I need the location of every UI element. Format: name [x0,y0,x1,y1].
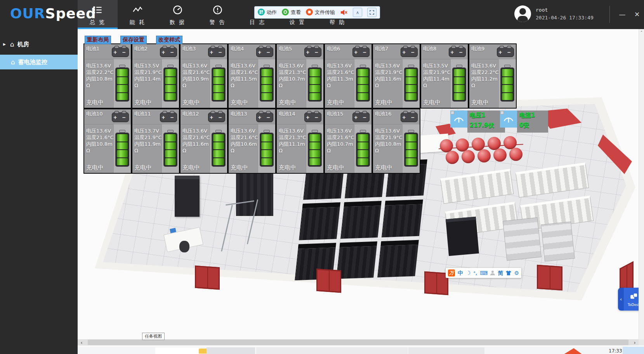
battery-terminal-icon: + − [256,112,273,122]
ime-logo-icon[interactable]: 万 [448,269,455,276]
vertical-scrollbar[interactable]: ˄ ˅ [639,29,644,345]
battery-level-column [498,59,516,108]
app-logo: OURSpeed [0,0,78,21]
taskbar-tooltip: 任务视图 [142,333,165,340]
battery-card[interactable]: 电池5 + − 电压13.6V 温度21.3°C 内阻10.7mΩ 充电中 [276,43,324,109]
simplified-chinese-indicator[interactable]: 简 [498,270,503,276]
battery-status: 充电中 [182,164,200,171]
battery-card[interactable]: 电池11 + − 电压13.7V 温度21.9°C 内阻11.9mΩ 充电中 [132,109,180,174]
battery-level-column [210,124,227,173]
tab-alerts[interactable]: 警 告 [198,0,238,29]
moon-icon[interactable]: ☽ [466,270,471,276]
battery-name: 电池7 [375,45,388,52]
battery-terminal-icon: + − [208,112,225,122]
battery-card[interactable]: 电池4 + − 电压13.6V 温度21.6°C 内阻11.5mΩ 充电中 [228,43,276,109]
battery-temperature: 温度21.6°C [182,134,210,141]
battery-resistance: 内阻10.7mΩ [279,76,307,89]
battery-status: 充电中 [231,99,248,106]
battery-level-icon [212,65,226,102]
battery-card[interactable]: 电池10 + − 电压13.6V 温度21.6°C 内阻10.8mΩ 充电中 [83,109,132,174]
settings-gear-icon[interactable]: ⚙ [514,270,519,276]
battery-voltage: 电压13.5V [134,62,162,69]
battery-resistance: 内阻11.4mΩ [423,76,451,89]
battery-card[interactable]: 电池15 + − 电压13.6V 温度21.6°C 内阻10.7mΩ 充电中 [324,109,372,174]
tone-icon[interactable]: °, [474,271,477,275]
battery-status: 充电中 [279,99,296,106]
change-style-button[interactable]: 改变样式 [156,36,182,44]
battery-card[interactable]: 电池12 + − 电压13.6V 温度21.6°C 内阻11.6mΩ 充电中 [180,109,228,174]
scroll-left-arrow[interactable]: ‹ [78,339,85,345]
current-meter-widget[interactable]: 电流1 0安 [500,111,548,133]
remote-action-button[interactable]: 动作 [258,9,277,17]
battery-level-column [113,124,131,173]
chinese-mode-indicator[interactable]: 中 [458,270,463,276]
battery-resistance: 内阻10.7mΩ [327,141,355,154]
battery-card[interactable]: 电池3 + − 电压13.6V 温度21.6°C 内阻10.9mΩ 充电中 [180,43,228,109]
keyboard-icon[interactable]: ⌨ [480,270,488,276]
battery-terminal-icon: + − [401,47,418,57]
battery-resistance: 内阻10.9mΩ [182,76,210,89]
office-chair [179,241,189,252]
sidebar-item-machine-room[interactable]: ▶ ⌂ 机房 [0,37,78,52]
fullscreen-button[interactable] [367,8,377,17]
sidebar-item-battery-monitor[interactable]: ⌂ 蓄电池监控 [0,55,78,69]
scroll-up-arrow[interactable]: ˄ [639,31,644,35]
battery-name: 电池8 [423,45,436,52]
user-icon[interactable] [490,271,495,275]
battery-level-column [306,59,323,108]
mute-speaker-icon[interactable] [340,9,348,16]
battery-card[interactable]: 电池9 + − 电压13.6V 温度22.2°C 内阻11.2mΩ 充电中 [469,43,517,109]
user-info: root 2021-04-26 17:33:49 [514,5,594,22]
horizontal-scrollbar[interactable]: ‹ › [78,339,639,345]
todesk-logo-icon [630,292,638,302]
relayout-button[interactable]: 重新布局 [85,36,111,44]
battery-voltage: 电压13.6V [375,128,403,134]
battery-card[interactable]: 电池14 + − 电压13.6V 温度21.3°C 内阻11.1mΩ 充电中 [276,109,324,174]
close-button[interactable]: ✕ [631,9,643,20]
battery-level-icon [115,130,129,167]
tab-data[interactable]: 数 据 [158,0,198,29]
skin-icon[interactable] [506,271,511,275]
battery-card[interactable]: 电池13 + − 电压13.6V 温度21.6°C 内阻10.6mΩ 充电中 [228,109,276,174]
battery-card[interactable]: 电池1 + − 电压13.6V 温度22.2°C 内阻10.8mΩ 充电中 [83,43,132,109]
battery-card[interactable]: 电池16 + − 电压13.6V 温度21.9°C 内阻10.8mΩ 充电中 [372,109,420,174]
battery-resistance: 内阻11.2mΩ [471,76,499,89]
battery-temperature: 温度21.9°C [134,134,162,141]
battery-level-icon [404,65,418,102]
battery-level-column [306,124,323,173]
battery-card[interactable]: 电池8 + − 电压13.5V 温度21.9°C 内阻11.4mΩ 充电中 [420,43,469,109]
expand-arrow-icon[interactable]: ▶ [3,42,6,46]
folder-icon [199,349,207,354]
home-icon: ⌂ [10,40,14,48]
battery-terminal-icon: + − [112,112,129,122]
save-settings-button[interactable]: 保存设置 [120,36,147,44]
chevron-left-icon[interactable]: ‹ [618,288,624,311]
taskbar-app-icon [564,348,582,354]
minimize-button[interactable]: — [616,9,628,20]
meter-name: 电流1 [519,112,547,119]
battery-status: 充电中 [375,164,392,171]
collapse-toolbar-button[interactable]: ∧ [353,8,362,17]
remote-file-transfer-button[interactable]: 文件传输 [306,9,335,17]
battery-resistance: 内阻11.6mΩ [182,141,210,154]
remote-view-button[interactable]: 查看 [282,9,301,17]
battery-terminal-icon: + − [352,112,370,122]
battery-name: 电池13 [231,111,247,117]
battery-card[interactable]: 电池2 + − 电压13.5V 温度21.9°C 内阻11.4mΩ 充电中 [132,43,180,109]
voltage-meter-widget[interactable]: 电压1 217.9伏 [450,111,505,133]
battery-resistance: 内阻10.8mΩ [375,141,403,154]
battery-row-1: 电池1 + − 电压13.6V 温度22.2°C 内阻10.8mΩ 充电中 电池… [83,43,517,109]
battery-name: 电池12 [182,111,199,117]
horizontal-scroll-thumb[interactable] [88,340,628,345]
battery-card[interactable]: 电池7 + − 电压13.6V 温度21.9°C 内阻11.6mΩ 充电中 [372,43,420,109]
battery-temperature: 温度22.2°C [471,69,499,76]
tab-energy[interactable]: 能 耗 [118,0,158,29]
battery-status: 充电中 [134,99,152,106]
battery-level-icon [356,130,370,167]
battery-status: 充电中 [471,99,489,106]
battery-card[interactable]: 电池6 + − 电压13.6V 温度21.6°C 内阻11.3mΩ 充电中 [324,43,372,109]
action-grid-icon [258,9,265,17]
gauge-icon [172,5,183,16]
battery-voltage: 电压13.6V [327,128,355,134]
scroll-right-arrow[interactable]: › [632,339,638,345]
